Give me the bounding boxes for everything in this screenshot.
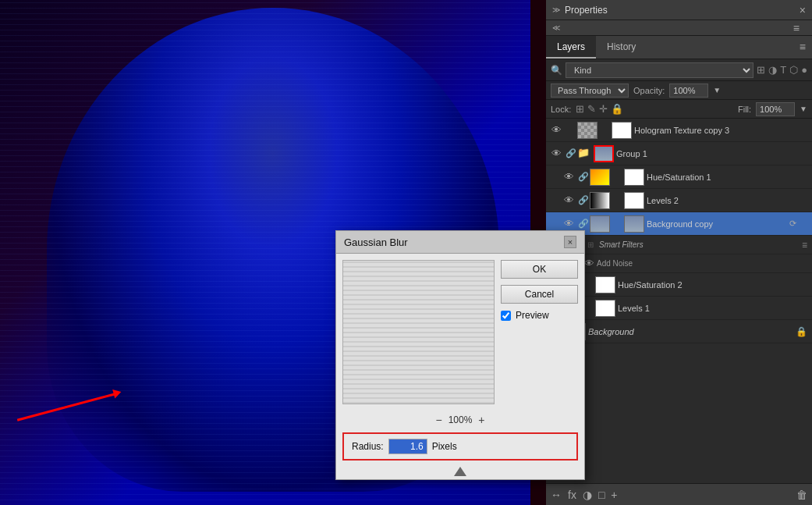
new-group-icon[interactable]: □ <box>598 489 605 501</box>
layer-mask-thumbnail <box>624 169 644 186</box>
layer-name: Background copy <box>647 219 809 229</box>
layer-item[interactable]: 👁 Hologram Texture copy 3 <box>546 119 812 142</box>
layer-name: Hologram Texture copy 3 <box>634 126 809 135</box>
right-panel: ≫ Properties × ≪ ≡ Layers History ≡ 🔍 Ki… <box>546 0 812 505</box>
dialog-preview[interactable] <box>342 260 495 404</box>
lock-icons: ⊞ ✎ ✛ 🔒 <box>576 103 623 115</box>
layer-name: Hue/Saturation 2 <box>618 280 809 290</box>
radius-input[interactable] <box>388 439 427 454</box>
layer-thumbnail <box>577 122 597 139</box>
layer-mask-thumbnail <box>595 300 615 317</box>
layer-mask-thumbnail <box>624 215 644 233</box>
dialog-cancel-button[interactable]: Cancel <box>501 285 578 304</box>
layer-item[interactable]: 👁 🔗 📁 Group 1 <box>546 142 812 165</box>
layer-text-icon[interactable]: T <box>780 64 786 76</box>
layer-item[interactable]: 👁 🔗 Hue/Saturation 1 <box>546 165 812 189</box>
opacity-input[interactable] <box>669 84 708 98</box>
lock-position-icon[interactable]: ✛ <box>599 103 608 115</box>
layer-thumbnail <box>590 192 610 209</box>
panel-subheader: ≪ ≡ <box>546 20 812 36</box>
properties-header: ≫ Properties × <box>546 0 812 20</box>
layer-item[interactable]: 🔗 Hue/Saturation 2 <box>546 273 812 297</box>
layer-mask-thumbnail <box>612 122 632 139</box>
layer-item[interactable]: 👁 🔗 Background copy ⟳ <box>546 212 812 236</box>
zoom-level-text: 100% <box>449 414 473 425</box>
layer-shape-icon[interactable]: ⬡ <box>789 64 798 76</box>
layer-name: Hue/Saturation 1 <box>647 172 809 182</box>
layers-bottom: ↔ fx ◑ □ + 🗑 <box>546 483 812 505</box>
layer-chain-icon: 🔗 <box>578 219 587 229</box>
layer-thumbnail <box>590 169 610 186</box>
layer-name: Group 1 <box>616 149 809 158</box>
collapse-arrows-icon[interactable]: ≫ <box>552 5 560 14</box>
slider-triangle-icon[interactable] <box>454 467 466 476</box>
search-input[interactable]: Kind <box>566 62 753 78</box>
add-mask-icon[interactable]: ◑ <box>583 489 592 501</box>
zoom-row: − 100% + <box>336 411 584 429</box>
pixels-label: Pixels <box>432 441 457 452</box>
layer-item[interactable]: 👁 ⊞ Smart Filters ≡ <box>546 236 812 254</box>
tab-layers[interactable]: Layers <box>546 36 596 59</box>
search-icons: ⊞ ◑ T ⬡ ● <box>757 64 807 76</box>
layer-name: Levels 2 <box>647 196 809 205</box>
dialog-ok-button[interactable]: OK <box>501 260 578 279</box>
search-icon: 🔍 <box>551 65 562 76</box>
properties-header-left: ≫ Properties <box>552 5 608 16</box>
layer-background-item[interactable]: 👁 Background 🔒 <box>546 320 812 343</box>
lock-row: Lock: ⊞ ✎ ✛ 🔒 Fill: ▼ <box>546 100 812 119</box>
lock-transparency-icon[interactable]: ⊞ <box>576 103 584 115</box>
dialog-body: OK Cancel Preview <box>336 254 584 411</box>
add-noise-label: Add Noise <box>597 259 809 268</box>
layer-item[interactable]: 👁 🔗 Levels 2 <box>546 189 812 212</box>
expand-arrows-icon[interactable]: ≪ <box>552 23 560 32</box>
layer-type-icon[interactable]: ⊞ <box>757 64 765 76</box>
dialog-title: Gaussian Blur <box>344 236 408 248</box>
zoom-in-icon[interactable]: + <box>478 414 484 426</box>
layer-folder-icon: 📁 <box>577 147 591 161</box>
layer-item[interactable]: 👁 Add Noise <box>546 254 812 273</box>
dialog-controls: OK Cancel Preview <box>501 254 584 411</box>
properties-close-icon[interactable]: × <box>800 4 806 16</box>
layer-visibility-icon[interactable]: 👁 <box>562 194 576 208</box>
fill-input[interactable] <box>756 102 795 116</box>
tab-history[interactable]: History <box>596 36 647 59</box>
tab-menu-icon[interactable]: ≡ <box>793 36 812 59</box>
preview-checkbox[interactable] <box>501 311 511 321</box>
add-effect-icon[interactable]: fx <box>568 489 576 501</box>
layer-visibility-icon[interactable]: 👁 <box>549 147 563 161</box>
lock-pixels-icon[interactable]: ✎ <box>587 103 596 115</box>
dialog-title-bar: Gaussian Blur × <box>336 231 584 254</box>
radius-row: Radius: Pixels <box>342 432 578 461</box>
layer-item[interactable]: 🔗 Levels 1 <box>546 297 812 320</box>
layer-adj-icon[interactable]: ◑ <box>768 64 777 76</box>
search-bar: 🔍 Kind ⊞ ◑ T ⬡ ● <box>546 59 812 81</box>
opacity-arrow-icon[interactable]: ▼ <box>713 86 721 94</box>
fill-label: Fill: <box>738 105 751 114</box>
layer-visibility-icon[interactable]: 👁 <box>549 123 563 137</box>
properties-title: Properties <box>565 5 608 16</box>
layer-chain-icon: 🔗 <box>578 172 587 182</box>
dialog-close-button[interactable]: × <box>564 236 576 248</box>
fill-arrow-icon[interactable]: ▼ <box>800 105 807 113</box>
zoom-out-icon[interactable]: − <box>435 414 441 426</box>
radius-label: Radius: <box>352 441 384 452</box>
layer-visibility-icon[interactable]: 👁 <box>583 257 594 271</box>
smart-filters-label: Smart Filters <box>599 240 809 249</box>
preview-label: Preview <box>516 310 549 321</box>
smart-filter-right-icon[interactable]: ≡ <box>802 240 807 251</box>
filter-group-icon: ⊞ <box>587 240 597 249</box>
blend-mode-select[interactable]: Pass Through Normal Multiply Screen <box>551 84 629 98</box>
layer-visibility-icon[interactable]: 👁 <box>562 170 576 184</box>
link-layers-icon[interactable]: ↔ <box>551 489 562 501</box>
layer-name: Background <box>588 327 809 336</box>
slider-row <box>336 464 584 479</box>
lock-label: Lock: <box>551 105 571 114</box>
layer-lock-icon: 🔒 <box>796 326 807 337</box>
layer-visibility-icon[interactable]: 👁 <box>562 217 576 231</box>
new-layer-icon[interactable]: + <box>611 489 617 501</box>
lock-all-icon[interactable]: 🔒 <box>611 103 623 115</box>
layers-list[interactable]: 👁 Hologram Texture copy 3 👁 🔗 📁 Group 1 … <box>546 119 812 483</box>
delete-layer-icon[interactable]: 🗑 <box>796 489 807 501</box>
tabs-bar: Layers History ≡ <box>546 36 812 59</box>
layer-smart-icon[interactable]: ● <box>801 64 807 76</box>
